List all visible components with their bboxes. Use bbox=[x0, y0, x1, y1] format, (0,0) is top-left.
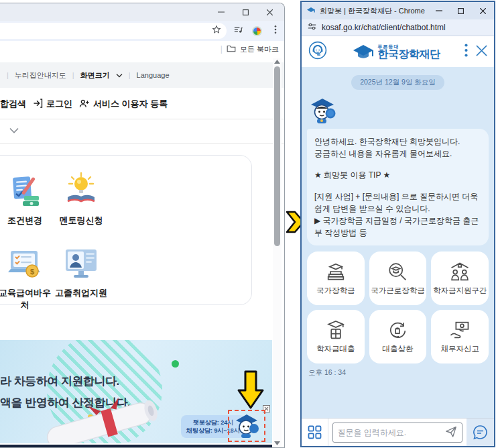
scroll-down-icon[interactable] bbox=[274, 441, 280, 447]
divider bbox=[0, 143, 284, 144]
attention-arrow-icon bbox=[236, 370, 265, 414]
question-input[interactable] bbox=[338, 428, 442, 437]
message-tip-example: ▶ 국가장학금 지급일정 / 국가근로장학금 출근부 작성방법 등 bbox=[314, 215, 481, 239]
left-page-content: | 누리집안내지도 | 화면크기 | Language 합검색 bbox=[0, 57, 284, 448]
repayment-cycle-icon bbox=[386, 319, 409, 341]
message-line: 궁금하신 내용을 자유롭게 물어보세요. bbox=[314, 148, 481, 160]
document-pencil-money-icon bbox=[0, 170, 53, 209]
kebab-menu-icon[interactable] bbox=[464, 44, 468, 60]
left-window-titlebar bbox=[0, 3, 284, 21]
left-window-toolbar bbox=[0, 21, 284, 41]
family-house-icon bbox=[448, 261, 471, 282]
screenshot-stage: | 모든 북마크 | 누리집안내지도 | 화면크기 | Language bbox=[0, 0, 496, 448]
screen-size-link[interactable]: 화면크기 bbox=[80, 70, 110, 80]
quick-button-income-bracket[interactable]: 학자금지원구간 bbox=[431, 251, 489, 305]
folder-icon bbox=[227, 44, 236, 54]
chat-bubble-icon bbox=[473, 425, 488, 440]
message-tip-title: ★ 희망봇 이용 TIP ★ bbox=[314, 169, 481, 181]
url-text[interactable]: kosaf.go.kr/chat/client/chatbot.html bbox=[322, 23, 446, 32]
chrome-menu-icon[interactable] bbox=[271, 25, 280, 37]
register-link[interactable]: 서비스 이용자 등록 bbox=[79, 98, 168, 110]
media-controls-icon[interactable] bbox=[233, 25, 243, 38]
chatbot-titlebar: 희망봇 | 한국장학재단 - Chrome bbox=[302, 2, 494, 19]
magnifier-graduate-icon bbox=[386, 261, 409, 282]
bookmark-star-icon[interactable] bbox=[212, 25, 221, 37]
chatbot-favicon bbox=[306, 5, 316, 17]
quick-button-debtor-report[interactable]: 채무자신고 bbox=[431, 310, 489, 363]
video-interview-monitor-icon bbox=[53, 243, 109, 282]
utility-separator: | bbox=[7, 71, 9, 79]
quick-button-label: 학자금지원구간 bbox=[433, 286, 487, 296]
shortcut-education-voucher[interactable]: $ 교육급여바우처 bbox=[0, 243, 53, 311]
profile-avatar[interactable] bbox=[252, 26, 262, 36]
site-settings-icon[interactable] bbox=[308, 21, 316, 34]
window-title: 희망봇 | 한국장학재단 - Chrome bbox=[320, 6, 428, 16]
shortcut-label: 멘토링신청 bbox=[53, 215, 109, 227]
decorative-dot bbox=[172, 360, 179, 368]
close-button[interactable] bbox=[257, 3, 282, 21]
diploma-scroll-illustration bbox=[32, 398, 173, 443]
shortcut-label: 교육급여바우처 bbox=[0, 287, 53, 311]
books-graduation-icon bbox=[324, 261, 347, 282]
scrollbar[interactable] bbox=[273, 58, 282, 447]
quick-button-label: 국가근로장학금 bbox=[371, 286, 425, 296]
maximize-button[interactable] bbox=[450, 2, 472, 19]
chat-input-bar bbox=[302, 418, 494, 446]
send-icon[interactable] bbox=[445, 425, 457, 440]
user-nav: 합검색 로그인 서비스 이용자 등록 bbox=[0, 89, 284, 119]
chatbot-urlbar: kosaf.go.kr/chat/client/chatbot.html bbox=[302, 19, 494, 36]
shortcut-card: 조건변경 멘토링신청 bbox=[0, 155, 252, 305]
minimize-button[interactable] bbox=[428, 2, 450, 19]
shortcut-label: 고졸취업지원 bbox=[53, 287, 109, 299]
scrollbar-thumb[interactable] bbox=[274, 66, 280, 246]
login-icon bbox=[33, 99, 43, 110]
login-link-label: 로그인 bbox=[46, 98, 72, 110]
divider bbox=[0, 119, 284, 119]
address-bar[interactable] bbox=[0, 23, 227, 39]
message-spacer bbox=[314, 181, 481, 190]
quick-button-label: 대출상환 bbox=[382, 344, 413, 354]
shortcut-condition-change[interactable]: 조건변경 bbox=[0, 170, 53, 227]
language-link[interactable]: Language bbox=[137, 71, 170, 79]
laptop-checklist-coin-icon: $ bbox=[0, 243, 53, 282]
maximize-button[interactable] bbox=[233, 3, 257, 21]
chat-mode-button[interactable] bbox=[467, 418, 494, 446]
menu-grid-button[interactable] bbox=[302, 418, 328, 446]
bookmarks-bar: | 모든 북마크 bbox=[0, 41, 284, 57]
bot-message-bubble: 안녕하세요. 한국장학재단 희망봇입니다. 궁금하신 내용을 자유롭게 물어보세… bbox=[307, 129, 489, 245]
graduation-wallet-icon bbox=[324, 319, 347, 341]
promo-banner: 라 차등하여 지원합니다. 액을 반영하여 산정합니다. bbox=[0, 340, 272, 443]
all-bookmarks-label[interactable]: 모든 북마크 bbox=[240, 44, 279, 54]
minimize-button[interactable] bbox=[209, 3, 233, 21]
message-tip-body: [지원 사업] + [문의내용] 으로 질문하시면 더욱 쉽게 답변을 받으실 … bbox=[314, 190, 481, 215]
message-line: 안녕하세요. 한국장학재단 희망봇입니다. bbox=[314, 135, 481, 148]
quick-button-label: 국가장학금 bbox=[316, 286, 355, 296]
quick-button-loan-repayment[interactable]: 대출상환 bbox=[369, 310, 427, 363]
quick-button-student-loan[interactable]: 학자금대출 bbox=[307, 310, 365, 363]
lightbulb-book-icon bbox=[53, 170, 109, 209]
question-input-wrapper[interactable] bbox=[332, 423, 462, 443]
close-button[interactable] bbox=[472, 2, 494, 19]
shortcut-mentoring-apply[interactable]: 멘토링신청 bbox=[53, 170, 109, 227]
scroll-up-icon[interactable] bbox=[274, 59, 280, 65]
counselor-headset-icon bbox=[308, 41, 327, 62]
svg-text:$: $ bbox=[30, 268, 34, 276]
quick-button-national-work-scholarship[interactable]: 국가근로장학금 bbox=[369, 251, 427, 305]
chatbot-header: 푸른등대 한국장학재단 bbox=[302, 36, 494, 67]
expand-chevron-icon[interactable] bbox=[9, 124, 19, 136]
shortcut-highschool-employment[interactable]: 고졸취업지원 bbox=[53, 243, 109, 299]
graduation-cap-logo-icon bbox=[352, 43, 375, 60]
quick-button-label: 학자금대출 bbox=[316, 344, 355, 354]
chat-date-badge: 2025년 12월 9일 화요일 bbox=[351, 75, 444, 90]
quick-button-national-scholarship[interactable]: 국가장학금 bbox=[307, 251, 365, 305]
chat-close-icon[interactable] bbox=[476, 45, 487, 59]
search-link[interactable]: 합검색 bbox=[0, 98, 26, 110]
shortcut-label: 조건변경 bbox=[0, 215, 53, 227]
chat-body[interactable]: 2025년 12월 9일 화요일 안녕하세요. 한국장학재단 희망봇입니다. bbox=[302, 67, 494, 418]
user-plus-icon bbox=[79, 99, 90, 110]
chatbot-entry-button[interactable] bbox=[228, 410, 265, 442]
login-link[interactable]: 로그인 bbox=[33, 98, 72, 110]
message-timestamp: 오후 16 : 34 bbox=[307, 368, 489, 378]
money-hand-icon bbox=[448, 319, 471, 341]
sitemap-link[interactable]: 누리집안내지도 bbox=[15, 70, 66, 80]
